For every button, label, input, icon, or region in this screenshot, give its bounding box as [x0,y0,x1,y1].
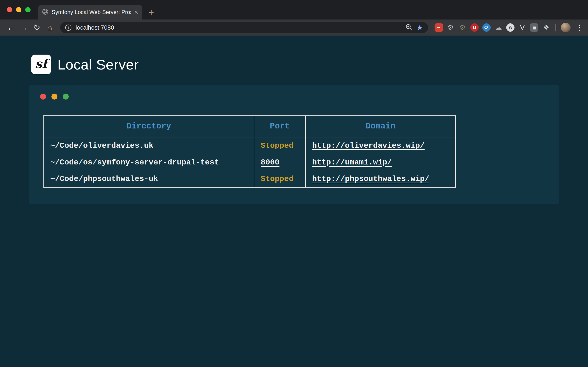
window-close-button[interactable] [7,7,12,12]
bookmark-star-icon[interactable]: ★ [416,24,423,31]
browser-toolbar: ← → ↻ ⌂ i localhost:7080 ★ ••• ⚙ ⚙ U ⟳ ☁… [0,19,588,35]
toolbar-divider [555,24,556,31]
site-info-icon[interactable]: i [65,25,71,31]
extension-gear-dark-icon[interactable]: ⚙ [458,23,467,32]
domain-link[interactable]: http://umami.wip/ [312,158,392,167]
extension-red-dots-icon[interactable]: ••• [435,23,443,32]
back-icon[interactable]: ← [5,23,17,32]
servers-table: Directory Port Domain ~/Code/oliverdavie… [43,115,456,188]
directory-cell: ~/Code/phpsouthwales-uk [44,171,254,187]
table-row: ~/Code/os/symfony-server-drupal-test 800… [44,154,456,171]
port-link[interactable]: 8000 [261,158,279,167]
port-status: Stopped [254,171,305,187]
dot-orange-icon [52,94,57,100]
table-header-row: Directory Port Domain [44,115,456,137]
home-icon[interactable]: ⌂ [43,23,56,32]
extension-grid-icon[interactable]: ▦ [530,23,538,32]
extension-gear-light-icon[interactable]: ⚙ [447,23,455,32]
window-minimize-button[interactable] [16,7,21,12]
zoom-icon[interactable] [405,24,412,31]
directory-cell: ~/Code/os/symfony-server-drupal-test [44,154,254,171]
browser-tab[interactable]: Symfony Local Web Server: Prox × [38,5,142,19]
extension-blue-circle-icon[interactable]: ⟳ [482,23,491,32]
table-row: ~/Code/phpsouthwales-uk Stopped http://p… [44,171,456,187]
address-bar[interactable]: i localhost:7080 ★ [60,22,428,33]
url-text[interactable]: localhost:7080 [76,24,114,31]
window-controls [7,0,31,19]
table-row: ~/Code/oliverdavies.uk Stopped http://ol… [44,137,456,154]
profile-avatar[interactable] [561,23,571,32]
symfony-logo: sf [31,55,51,74]
extension-letter-v-icon[interactable]: V [518,23,527,32]
terminal-card: Directory Port Domain ~/Code/oliverdavie… [29,85,559,204]
extension-octocat-icon[interactable]: ❖ [542,23,550,32]
extension-cloud-icon[interactable]: ☁ [494,23,502,32]
reload-icon[interactable]: ↻ [30,23,43,32]
dot-green-icon [63,94,69,100]
page-header: sf Local Server [31,55,588,74]
domain-link[interactable]: http://phpsouthwales.wip/ [312,175,429,183]
forward-icon[interactable]: → [17,23,30,32]
extensions-bar: ••• ⚙ ⚙ U ⟳ ☁ A V ▦ ❖ [435,23,550,32]
extension-letter-a-icon[interactable]: A [506,23,515,32]
column-header-domain: Domain [305,115,456,137]
domain-link[interactable]: http://oliverdavies.wip/ [312,141,425,150]
tab-title: Symfony Local Web Server: Prox [52,9,131,15]
tab-favicon-globe-icon [42,8,48,16]
page-title: Local Server [57,56,139,73]
column-header-port: Port [254,115,305,137]
tab-close-icon[interactable]: × [134,9,138,16]
extension-ublock-icon[interactable]: U [470,23,479,32]
dot-red-icon [40,94,46,100]
terminal-window-dots [40,94,548,100]
port-status: Stopped [254,137,305,154]
browser-menu-icon[interactable]: ⋮ [576,24,583,31]
new-tab-button[interactable]: + [148,8,154,18]
column-header-directory: Directory [44,115,254,137]
directory-cell: ~/Code/oliverdavies.uk [44,137,254,154]
tab-strip: Symfony Local Web Server: Prox × + [0,0,588,19]
window-zoom-button[interactable] [25,7,31,12]
